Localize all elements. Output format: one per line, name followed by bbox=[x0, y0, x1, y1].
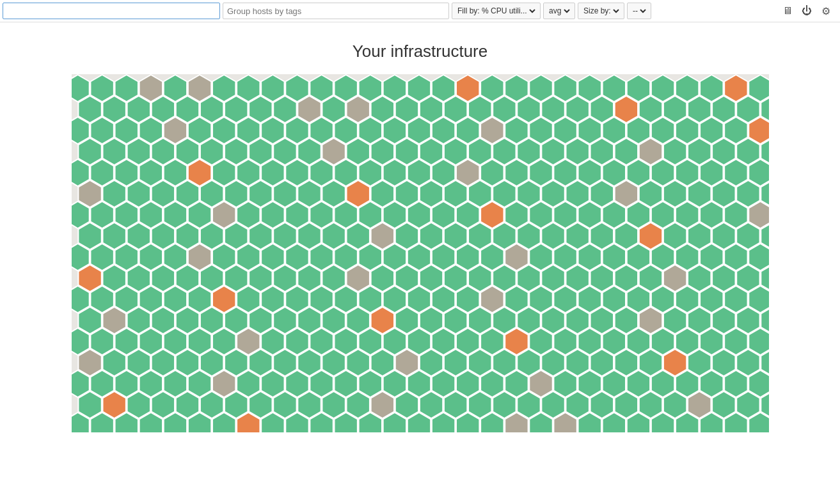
group-hosts-input[interactable] bbox=[223, 3, 449, 19]
hex-canvas[interactable] bbox=[72, 74, 769, 432]
hex-grid-container bbox=[72, 74, 769, 432]
page-title: Your infrastructure bbox=[353, 42, 487, 61]
gear-icon[interactable]: ⚙ bbox=[818, 3, 834, 19]
avg-select[interactable]: avg bbox=[546, 6, 572, 16]
toolbar: Fill by: % CPU utili... avg Size by: -- … bbox=[0, 0, 840, 22]
monitor-icon[interactable]: 🖥 bbox=[780, 3, 795, 19]
size-by-select[interactable]: Size by: bbox=[581, 6, 621, 16]
fill-by-select[interactable]: Fill by: % CPU utili... bbox=[455, 6, 537, 16]
size-by-val-select-wrapper: -- bbox=[627, 3, 651, 19]
toolbar-icons: 🖥 ⏻ ⚙ bbox=[780, 3, 837, 19]
size-by-select-wrapper: Size by: bbox=[578, 3, 624, 19]
fill-by-select-wrapper: Fill by: % CPU utili... bbox=[452, 3, 541, 19]
power-icon[interactable]: ⏻ bbox=[799, 3, 814, 19]
search-input[interactable] bbox=[3, 3, 220, 19]
avg-select-wrapper: avg bbox=[543, 3, 575, 19]
size-by-val-select[interactable]: -- bbox=[630, 6, 648, 16]
main-content: Your infrastructure bbox=[0, 22, 840, 432]
